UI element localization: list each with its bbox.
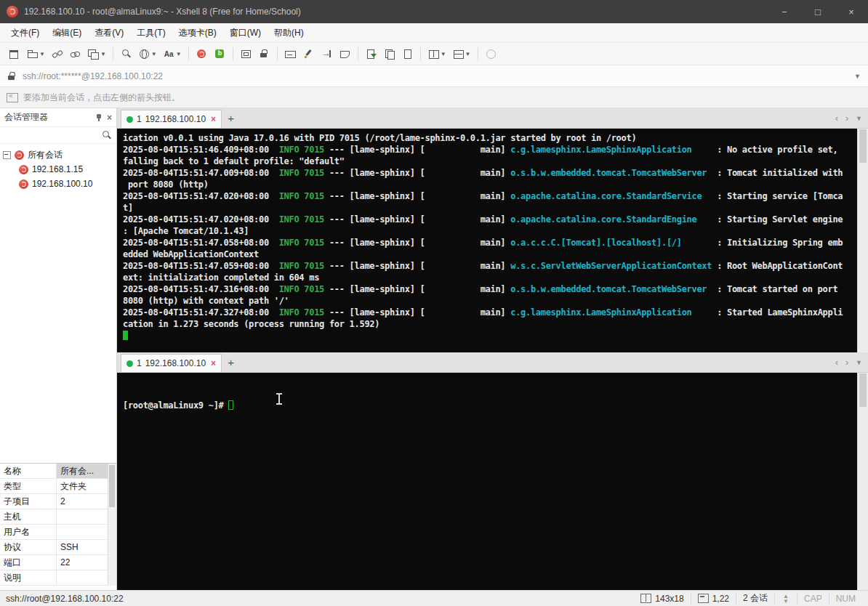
font-size-button[interactable]: Aa▼ xyxy=(161,45,184,62)
menu-item-6[interactable]: 帮助(H) xyxy=(268,24,310,42)
tab-index: 1 xyxy=(137,358,142,368)
terminal-1[interactable]: ication v0.0.1 using Java 17.0.16 with P… xyxy=(117,129,868,352)
menu-item-2[interactable]: 查看(V) xyxy=(88,24,130,42)
tab-scroll-left-icon[interactable]: ‹ xyxy=(835,113,838,124)
property-row: 类型文件夹 xyxy=(0,479,108,494)
session-tab-2[interactable]: 1 192.168.100.10 × xyxy=(121,354,222,372)
session-tree-root[interactable]: 所有会话 xyxy=(3,148,113,162)
terminal-text-segment: o.apache.catalina.core.StandardEngine xyxy=(510,214,696,225)
session-count-status[interactable]: 2 会话 xyxy=(736,594,774,604)
terminal-2[interactable]: [root@almaLinux9 ~]# xyxy=(117,373,868,590)
properties-scrollbar[interactable] xyxy=(108,464,116,586)
new-tab-button[interactable]: + xyxy=(228,112,234,124)
tab-scroll-left-icon[interactable]: ‹ xyxy=(835,357,838,368)
shell-prompt-line: [root@almaLinux9 ~]# xyxy=(123,400,857,411)
maximize-button[interactable]: □ xyxy=(801,0,835,23)
new-tab-button[interactable]: + xyxy=(228,356,234,368)
fullscreen-button[interactable] xyxy=(238,45,254,62)
session-tab-1[interactable]: 1 192.168.100.10 × xyxy=(121,110,222,128)
quick-command-button[interactable] xyxy=(337,45,353,62)
property-label: 子项目 xyxy=(0,494,57,509)
window-controls: − □ × xyxy=(768,0,868,23)
status-right: 143x18 1,22 2 会话 ▲▼ CAP NUM xyxy=(634,591,862,606)
caps-lock-indicator: CAP xyxy=(797,594,829,604)
tile-horizontally-icon xyxy=(452,48,465,60)
new-window-button[interactable]: ▼ xyxy=(85,45,108,62)
terminal-cursor xyxy=(228,400,233,410)
session-properties-button[interactable] xyxy=(399,45,416,62)
xshell-app-icon xyxy=(7,6,18,17)
tab-scroll-right-icon[interactable]: › xyxy=(845,113,848,124)
address-url[interactable]: ssh://root:******@192.168.100.10:22 xyxy=(23,71,850,81)
terminal-text-segment: 2025-08-04T15:51:47.316+08:00 xyxy=(123,284,269,294)
shell-prompt: [root@almaLinux9 ~]# xyxy=(123,400,228,411)
ssl-lock-icon xyxy=(6,70,18,82)
menu-item-3[interactable]: 工具(T) xyxy=(130,24,172,42)
menu-item-0[interactable]: 文件(F) xyxy=(4,24,46,42)
file-transfer-button[interactable] xyxy=(381,45,398,62)
xshell-agent-button[interactable] xyxy=(193,45,210,62)
pin-panel-icon[interactable] xyxy=(95,113,103,123)
session-manager-toolbar xyxy=(0,127,116,144)
properties-scrollbar-thumb[interactable] xyxy=(109,465,115,507)
tab-close-icon[interactable]: × xyxy=(211,114,216,124)
terminal-1-body[interactable]: ication v0.0.1 using Java 17.0.16 with P… xyxy=(117,129,857,352)
property-value: SSH xyxy=(57,540,108,554)
lock-screen-icon xyxy=(258,48,270,60)
xftp-button[interactable] xyxy=(212,45,228,62)
close-panel-icon[interactable]: × xyxy=(107,113,112,123)
property-value: 22 xyxy=(57,555,108,570)
toolbar-separator xyxy=(113,47,113,60)
terminal-1-scrollbar-thumb[interactable] xyxy=(859,129,867,163)
menu-item-5[interactable]: 窗口(W) xyxy=(223,24,268,42)
quick-command-icon xyxy=(339,48,351,60)
session-tree-children: 192.168.1.15192.168.100.10 xyxy=(3,162,113,191)
address-dropdown-icon[interactable]: ▼ xyxy=(854,73,861,80)
session-search-icon[interactable] xyxy=(100,129,113,141)
session-item[interactable]: 192.168.100.10 xyxy=(3,177,113,191)
encoding-button[interactable]: ▼ xyxy=(136,45,159,62)
lock-screen-button[interactable] xyxy=(256,45,273,62)
terminal-2-body[interactable]: [root@almaLinux9 ~]# xyxy=(117,373,857,590)
new-session-button[interactable] xyxy=(6,45,23,62)
tree-collapse-icon[interactable] xyxy=(3,151,11,159)
mouse-ibeam-cursor xyxy=(278,395,280,403)
highlight-button[interactable] xyxy=(300,45,317,62)
address-bar[interactable]: ssh://root:******@192.168.100.10:22 ▼ xyxy=(0,65,868,87)
terminal-line xyxy=(123,330,857,342)
find-button[interactable] xyxy=(118,45,134,62)
terminal-1-scrollbar[interactable] xyxy=(857,129,868,352)
menu-item-1[interactable]: 编辑(E) xyxy=(46,24,88,42)
send-input-button[interactable] xyxy=(318,45,335,62)
menu-item-4[interactable]: 选项卡(B) xyxy=(172,24,223,42)
terminal-line: falling back to 1 default profile: "defa… xyxy=(123,155,857,167)
help-button[interactable] xyxy=(483,45,499,62)
tile-horizontally-button[interactable]: ▼ xyxy=(450,45,473,62)
terminal-line: t] xyxy=(123,202,857,214)
arrow-down-icon[interactable]: ▼ xyxy=(783,599,789,604)
tab-list-dropdown-icon[interactable]: ▼ xyxy=(856,115,862,122)
reconnect-button[interactable] xyxy=(67,45,84,62)
session-item[interactable]: 192.168.1.15 xyxy=(3,162,113,177)
tree-root-label: 所有会话 xyxy=(28,149,63,161)
toolbar-separator xyxy=(233,47,233,60)
tab-close-icon[interactable]: × xyxy=(211,358,216,368)
compose-pane-button[interactable] xyxy=(282,45,299,62)
tile-vertically-button[interactable]: ▼ xyxy=(425,45,449,62)
new-window-icon xyxy=(87,48,100,60)
disconnect-button[interactable] xyxy=(49,45,65,62)
terminal-2-scrollbar[interactable] xyxy=(857,373,868,590)
tab-scroll-right-icon[interactable]: › xyxy=(845,357,848,368)
disconnect-icon xyxy=(51,48,63,60)
scroll-arrows[interactable]: ▲▼ xyxy=(774,594,797,604)
minimize-button[interactable]: − xyxy=(768,0,801,23)
terminal-2-scrollbar-thumb[interactable] xyxy=(859,373,867,407)
close-button[interactable]: × xyxy=(835,0,868,23)
tab-list-dropdown-icon[interactable]: ▼ xyxy=(856,359,862,366)
log-session-button[interactable] xyxy=(363,45,379,62)
open-folder-button[interactable]: ▼ xyxy=(24,45,47,62)
terminal-line: edded WebApplicationContext xyxy=(123,249,857,260)
terminal-text-segment: : Tomcat started on port xyxy=(707,284,837,294)
terminal-text-segment: ext: initialization completed in 604 ms xyxy=(123,272,319,283)
terminal-text-segment: falling back to 1 default profile: "defa… xyxy=(123,156,345,166)
